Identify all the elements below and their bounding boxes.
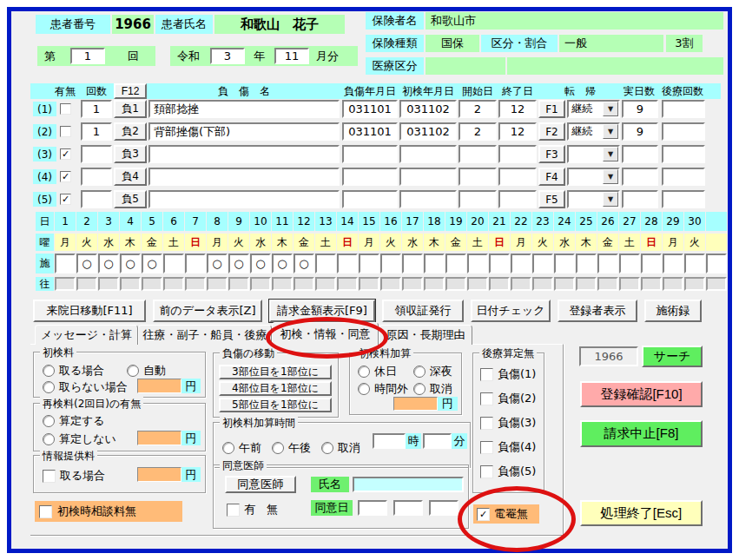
radio-no-count-fee[interactable]: 算定しない: [43, 432, 116, 447]
date-check-button[interactable]: 日付チェック: [471, 300, 551, 322]
start-day-field[interactable]: [459, 168, 497, 186]
radio-take-fee[interactable]: 取る場合: [43, 363, 104, 379]
calendar-visit-cell[interactable]: [207, 277, 228, 291]
chevron-down-icon[interactable]: ▼: [603, 124, 618, 139]
followup-count-field[interactable]: [662, 190, 705, 208]
injury-part-button[interactable]: 負2: [114, 122, 147, 141]
calendar-treatment-cell[interactable]: [185, 254, 206, 273]
registrant-display-button[interactable]: 登録者表示: [558, 300, 637, 322]
previous-data-button[interactable]: 前のデータ表示[Z]: [153, 300, 262, 322]
outcome-dropdown[interactable]: 継続▼: [567, 122, 620, 141]
calendar-visit-cell[interactable]: [511, 277, 531, 291]
injury-date-field[interactable]: [342, 168, 398, 186]
consent-date-year-field[interactable]: [358, 500, 387, 516]
consult-fee-none-option[interactable]: 初検時相談料無: [35, 501, 182, 522]
chevron-down-icon[interactable]: ▼: [603, 192, 618, 207]
followup-count-field[interactable]: [662, 122, 705, 141]
calendar-treatment-cell[interactable]: [641, 254, 662, 273]
radio-time-cancel[interactable]: 取消: [321, 440, 360, 456]
chevron-down-icon[interactable]: ▼: [603, 102, 618, 116]
injury-name-field[interactable]: [148, 145, 340, 163]
calendar-visit-cell[interactable]: [684, 277, 705, 291]
injury-row-checkbox[interactable]: ✓: [60, 194, 71, 205]
start-day-field[interactable]: [459, 190, 497, 208]
radio-am[interactable]: 午前: [222, 440, 261, 456]
radio-icon[interactable]: [272, 442, 284, 454]
chevron-down-icon[interactable]: ▼: [603, 169, 618, 184]
receipt-issue-button[interactable]: 領収証発行: [382, 300, 464, 322]
calendar-visit-cell[interactable]: [489, 277, 510, 291]
start-day-field[interactable]: 2: [459, 100, 497, 118]
re-exam-fee-amount-field[interactable]: [137, 431, 181, 445]
radio-no-fee[interactable]: 取らない場合: [43, 379, 128, 395]
first-exam-date-field[interactable]: 031102: [399, 100, 457, 118]
hour-field[interactable]: [373, 433, 406, 449]
injury-part-button[interactable]: 負1: [114, 100, 147, 118]
checkbox-icon[interactable]: [480, 441, 493, 454]
radio-icon[interactable]: [222, 442, 234, 454]
outcome-dropdown[interactable]: ▼: [567, 168, 620, 186]
radio-icon[interactable]: [413, 383, 426, 395]
tab-cause-longterm[interactable]: 原因・長期理由: [379, 325, 472, 345]
count-field[interactable]: [81, 190, 112, 208]
calendar-treatment-cell[interactable]: [359, 254, 379, 273]
calendar-visit-cell[interactable]: [272, 277, 293, 291]
radio-holiday[interactable]: 休日: [358, 364, 397, 379]
calendar-treatment-cell[interactable]: [554, 254, 575, 273]
first-exam-date-field[interactable]: [399, 145, 457, 163]
actual-days-field[interactable]: [622, 190, 658, 208]
radio-icon[interactable]: [358, 366, 370, 378]
calendar-visit-cell[interactable]: [402, 277, 423, 291]
radio-icon[interactable]: [43, 381, 55, 393]
calendar-treatment-cell[interactable]: ○: [98, 254, 119, 273]
move-part-button[interactable]: 3部位目を1部位に: [219, 365, 332, 379]
calendar-treatment-cell[interactable]: [55, 254, 76, 273]
radio-midnight[interactable]: 深夜: [413, 364, 452, 379]
calendar-treatment-cell[interactable]: [511, 254, 531, 273]
calendar-visit-cell[interactable]: [380, 277, 401, 291]
calendar-visit-cell[interactable]: [98, 277, 119, 291]
tab-message-calc[interactable]: メッセージ・計算: [35, 325, 138, 345]
checkbox-icon[interactable]: [480, 417, 493, 430]
radio-icon[interactable]: [413, 366, 426, 378]
checkbox-icon[interactable]: [480, 392, 493, 405]
calendar-treatment-cell[interactable]: [663, 254, 683, 273]
calendar-treatment-cell[interactable]: ○: [120, 254, 141, 273]
calendar-treatment-cell[interactable]: [489, 254, 510, 273]
consent-exists-checkbox[interactable]: 有 無: [227, 502, 278, 517]
checkbox-icon[interactable]: [43, 470, 56, 483]
outcome-dropdown[interactable]: 継続▼: [567, 100, 620, 118]
calendar-visit-cell[interactable]: [706, 277, 727, 291]
calendar-treatment-cell[interactable]: [380, 254, 401, 273]
calendar-treatment-cell[interactable]: ○: [228, 254, 249, 273]
outcome-function-button[interactable]: F3: [538, 145, 565, 163]
calendar-visit-cell[interactable]: [641, 277, 662, 291]
calendar-treatment-cell[interactable]: [532, 254, 553, 273]
calendar-treatment-cell[interactable]: [576, 254, 597, 273]
billing-amount-button[interactable]: 請求金額表示[F9]: [269, 300, 375, 322]
billing-cancel-button[interactable]: 請求中止[F8]: [580, 420, 703, 447]
count-field[interactable]: [81, 145, 112, 163]
calendar-treatment-cell[interactable]: [467, 254, 488, 273]
calendar-visit-cell[interactable]: [163, 277, 184, 291]
calendar-visit-cell[interactable]: [619, 277, 640, 291]
move-part-button[interactable]: 4部位目を1部位に: [219, 381, 332, 396]
end-day-field[interactable]: [498, 190, 537, 208]
injury-row-checkbox[interactable]: [60, 126, 71, 137]
tab-first-exam-info-consent[interactable]: 初検・情報・同意: [272, 322, 379, 346]
checkbox-icon[interactable]: [480, 465, 493, 478]
outcome-function-button[interactable]: F1: [538, 100, 565, 118]
injury-name-field[interactable]: 頚部捻挫: [148, 100, 340, 118]
injury-row-checkbox[interactable]: ✓: [60, 171, 71, 182]
radio-icon[interactable]: [43, 415, 55, 427]
outcome-function-button[interactable]: F4: [538, 168, 565, 186]
followup-none-checkbox[interactable]: 負傷(5): [480, 464, 536, 479]
outcome-function-button[interactable]: F2: [538, 122, 565, 141]
calendar-treatment-cell[interactable]: [445, 254, 466, 273]
calendar-visit-cell[interactable]: [663, 277, 683, 291]
calendar-treatment-cell[interactable]: [684, 254, 705, 273]
calendar-treatment-cell[interactable]: [597, 254, 618, 273]
count-field[interactable]: [81, 168, 112, 186]
followup-count-field[interactable]: [662, 145, 705, 163]
actual-days-field[interactable]: 9: [622, 122, 658, 141]
